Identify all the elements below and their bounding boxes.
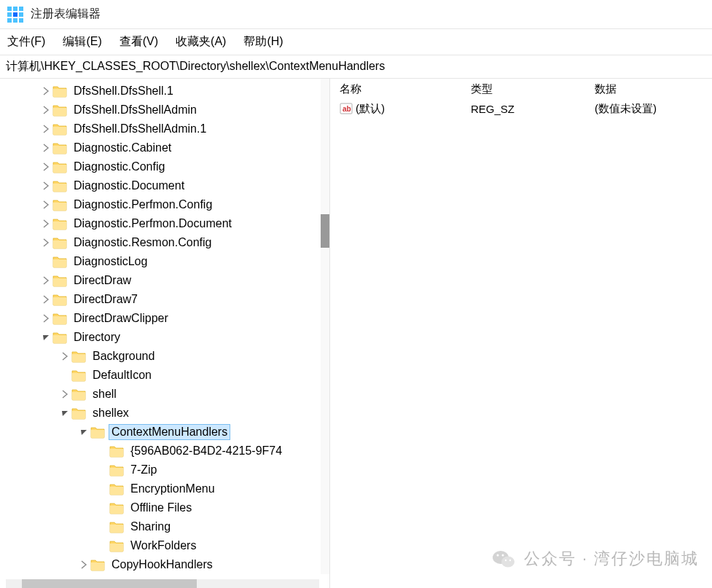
- chevron-right-icon[interactable]: [77, 560, 90, 569]
- folder-icon: [52, 331, 67, 344]
- tree-row[interactable]: Diagnostic.Resmon.Config: [0, 233, 321, 252]
- svg-rect-2: [19, 7, 23, 11]
- chevron-right-icon[interactable]: [39, 162, 52, 171]
- tree-item-label: Diagnostic.Resmon.Config: [71, 235, 214, 250]
- tree-row[interactable]: 7-Zip: [0, 460, 321, 479]
- tree-row[interactable]: DiagnosticLog: [0, 252, 321, 271]
- tree-item-label: Sharing: [128, 520, 173, 534]
- tree-row[interactable]: Diagnostic.Config: [0, 157, 321, 176]
- svg-rect-4: [13, 12, 17, 17]
- folder-icon: [52, 179, 67, 192]
- folder-icon: [52, 141, 67, 154]
- tree-row[interactable]: DefaultIcon: [0, 366, 321, 385]
- folder-icon: [52, 293, 67, 306]
- chevron-right-icon[interactable]: [58, 390, 71, 399]
- tree-row[interactable]: DfsShell.DfsShellAdmin: [0, 101, 321, 119]
- tree-row[interactable]: DirectDrawClipper: [0, 309, 321, 328]
- menu-view[interactable]: 查看(V): [120, 34, 158, 50]
- folder-icon: [109, 463, 124, 477]
- registry-tree[interactable]: DfsShell.DfsShell.1DfsShell.DfsShellAdmi…: [0, 79, 321, 574]
- tree-item-label: DiagnosticLog: [71, 254, 149, 269]
- column-header-name[interactable]: 名称: [334, 79, 465, 99]
- tree-row[interactable]: Directory: [0, 328, 321, 347]
- folder-icon: [71, 388, 86, 401]
- tree-row[interactable]: Diagnostic.Perfmon.Document: [0, 214, 321, 233]
- tree-row[interactable]: shell: [0, 385, 321, 404]
- tree-row[interactable]: CopyHookHandlers: [0, 555, 321, 574]
- chevron-down-icon[interactable]: [77, 428, 90, 436]
- content-area: DfsShell.DfsShell.1DfsShell.DfsShellAdmi…: [0, 79, 712, 588]
- folder-icon: [71, 350, 86, 363]
- folder-icon: [109, 520, 124, 533]
- string-value-icon: [340, 102, 353, 115]
- tree-row[interactable]: DirectDraw7: [0, 290, 321, 309]
- list-header[interactable]: 名称 类型 数据: [334, 79, 712, 99]
- column-header-data[interactable]: 数据: [589, 79, 712, 99]
- tree-row[interactable]: DirectDraw: [0, 271, 321, 290]
- folder-icon: [90, 426, 105, 439]
- chevron-right-icon[interactable]: [39, 181, 52, 190]
- tree-item-label: DirectDraw7: [71, 292, 140, 307]
- scrollbar-thumb[interactable]: [22, 579, 197, 588]
- chevron-right-icon[interactable]: [39, 295, 52, 304]
- tree-row[interactable]: Background: [0, 347, 321, 366]
- chevron-right-icon[interactable]: [39, 219, 52, 228]
- chevron-right-icon[interactable]: [39, 125, 52, 133]
- chevron-right-icon[interactable]: [39, 106, 52, 114]
- menu-edit[interactable]: 编辑(E): [63, 34, 101, 50]
- chevron-right-icon[interactable]: [58, 352, 71, 361]
- folder-icon: [52, 198, 67, 211]
- tree-row[interactable]: Diagnostic.Document: [0, 176, 321, 195]
- chevron-down-icon[interactable]: [58, 409, 71, 418]
- svg-rect-5: [19, 12, 23, 17]
- tree-row[interactable]: WorkFolders: [0, 536, 321, 555]
- tree-row[interactable]: DfsShell.DfsShell.1: [0, 82, 321, 101]
- tree-vertical-scrollbar[interactable]: [321, 79, 329, 574]
- tree-row[interactable]: Diagnostic.Cabinet: [0, 138, 321, 157]
- app-icon: [7, 7, 23, 23]
- folder-icon: [52, 160, 67, 173]
- tree-row[interactable]: DfsShell.DfsShellAdmin.1: [0, 119, 321, 138]
- menu-favorites[interactable]: 收藏夹(A): [176, 34, 226, 50]
- chevron-right-icon[interactable]: [39, 238, 52, 247]
- tree-item-label: EncryptionMenu: [128, 482, 217, 496]
- tree-row[interactable]: shellex: [0, 404, 321, 423]
- tree-row[interactable]: EncryptionMenu: [0, 479, 321, 498]
- folder-icon: [52, 103, 67, 117]
- tree-horizontal-scrollbar[interactable]: [6, 579, 319, 588]
- chevron-down-icon[interactable]: [39, 333, 52, 342]
- chevron-right-icon[interactable]: [39, 87, 52, 95]
- column-header-type[interactable]: 类型: [465, 79, 589, 99]
- scrollbar-thumb[interactable]: [321, 214, 329, 248]
- menu-help[interactable]: 帮助(H): [243, 34, 283, 50]
- title-bar: 注册表编辑器: [0, 0, 712, 29]
- svg-rect-1: [13, 7, 17, 11]
- chevron-right-icon[interactable]: [39, 314, 52, 323]
- folder-icon: [71, 407, 86, 420]
- address-bar[interactable]: 计算机\HKEY_CLASSES_ROOT\Directory\shellex\…: [0, 55, 712, 79]
- value-row[interactable]: (默认)REG_SZ(数值未设置): [334, 99, 712, 118]
- chevron-right-icon[interactable]: [39, 276, 52, 285]
- tree-row[interactable]: {596AB062-B4D2-4215-9F74: [0, 442, 321, 460]
- tree-item-label: Directory: [71, 330, 122, 345]
- menu-file[interactable]: 文件(F): [7, 34, 45, 50]
- value-name-cell: (默认): [334, 99, 465, 119]
- tree-row[interactable]: ContextMenuHandlers: [0, 423, 321, 442]
- tree-item-label: DfsShell.DfsShellAdmin: [71, 103, 199, 117]
- tree-row[interactable]: Diagnostic.Perfmon.Config: [0, 195, 321, 214]
- tree-item-label: Background: [90, 349, 157, 364]
- folder-icon: [52, 236, 67, 249]
- tree-item-label: Diagnostic.Perfmon.Config: [71, 197, 214, 212]
- tree-item-label: DfsShell.DfsShellAdmin.1: [71, 122, 208, 136]
- tree-row[interactable]: Sharing: [0, 517, 321, 536]
- tree-item-label: CopyHookHandlers: [109, 557, 215, 572]
- tree-item-label: shellex: [90, 406, 131, 420]
- chevron-right-icon[interactable]: [39, 200, 52, 209]
- tree-pane: DfsShell.DfsShell.1DfsShell.DfsShellAdmi…: [0, 79, 329, 588]
- tree-item-label: DirectDrawClipper: [71, 311, 171, 326]
- tree-item-label: Diagnostic.Config: [71, 160, 167, 174]
- tree-item-label: Offline Files: [128, 501, 194, 515]
- folder-icon: [109, 482, 124, 495]
- chevron-right-icon[interactable]: [39, 144, 52, 152]
- tree-row[interactable]: Offline Files: [0, 498, 321, 517]
